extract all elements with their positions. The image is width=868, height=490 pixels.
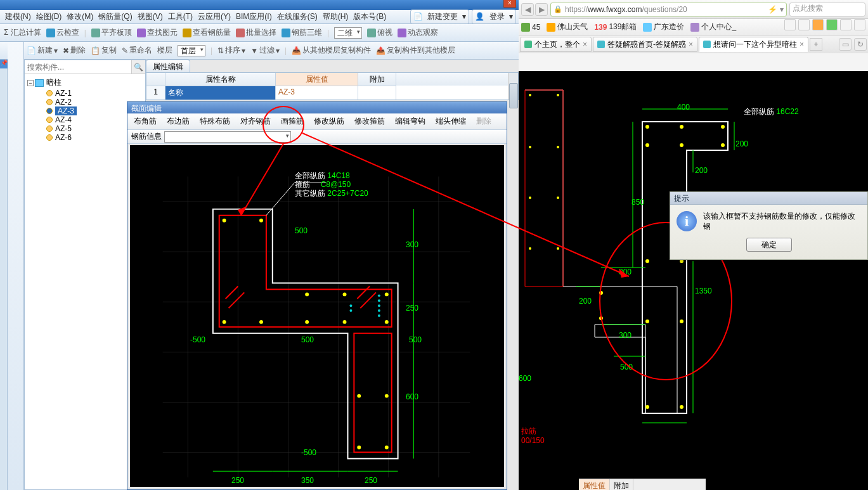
bookmark-0[interactable]: 45 xyxy=(521,23,540,32)
ticon-4[interactable] xyxy=(826,19,838,30)
menu-bim[interactable]: BIM应用(I) xyxy=(233,10,275,23)
browser-tab-2[interactable]: 想请问一下这个异型暗柱× xyxy=(699,37,808,52)
tool-rebar-qty[interactable]: 查看钢筋量 xyxy=(183,27,231,38)
window-close-button[interactable]: × xyxy=(503,0,516,8)
tab-list-button[interactable]: ▭ xyxy=(839,38,852,51)
bookmark-3[interactable]: 广东造价 xyxy=(643,22,684,32)
svg-point-73 xyxy=(645,259,649,263)
tree-item-az3[interactable]: AZ-3 xyxy=(27,106,143,115)
tab-properties[interactable]: 属性编辑 xyxy=(146,60,190,72)
prop-row-1[interactable]: 1 名称 AZ-3 xyxy=(146,86,518,100)
se-tool-stirrup[interactable]: 画箍筋 xyxy=(278,115,306,128)
rebar-info-select[interactable] xyxy=(164,131,291,143)
menu-tools[interactable]: 工具(T) xyxy=(165,10,195,23)
menu-help[interactable]: 帮助(H) xyxy=(320,10,351,23)
menu-online[interactable]: 在线服务(S) xyxy=(275,10,320,23)
address-bar[interactable]: 🔒 https://www.fwxgx.com/questions/20 ⚡ ▾ xyxy=(550,3,787,16)
search-icon[interactable]: 🔍 xyxy=(131,60,145,74)
tool-find[interactable]: 查找图元 xyxy=(137,27,178,38)
browser-tab-0[interactable]: 个主页，整个× xyxy=(520,37,592,52)
tool-topview[interactable]: 俯视 xyxy=(367,27,392,38)
nav-back[interactable]: ◀ xyxy=(521,3,534,16)
scrollbar-vertical[interactable] xyxy=(508,73,518,100)
tool-copy[interactable]: 📋 复制 xyxy=(91,45,117,56)
menu-modify[interactable]: 修改(M) xyxy=(64,10,96,23)
pin-icon[interactable]: 📌 xyxy=(0,60,8,68)
tab-close-icon[interactable]: × xyxy=(800,40,804,49)
menu-cloud[interactable]: 云应用(Y) xyxy=(195,10,233,23)
tool-flat[interactable]: 平齐板顶 xyxy=(91,27,132,38)
tool-batch[interactable]: 批量选择 xyxy=(236,27,276,38)
prop-extra-cell[interactable] xyxy=(358,86,396,100)
collapse-icon[interactable]: − xyxy=(27,80,34,86)
svg-point-30 xyxy=(378,294,380,297)
floor-select[interactable]: 首层 xyxy=(178,45,205,56)
menu-model[interactable]: 建模(N) xyxy=(3,10,34,23)
tree-root[interactable]: − 暗柱 xyxy=(27,77,143,89)
se-tool-special[interactable]: 特殊布筋 xyxy=(197,115,233,128)
tab-restore-button[interactable]: ↻ xyxy=(854,38,867,51)
prop-value-cell[interactable]: AZ-3 xyxy=(276,86,358,100)
section-editor-window: 截面编辑 布角筋 布边筋 特殊布筋 对齐钢筋 画箍筋 修改纵筋 修改箍筋 编辑弯… xyxy=(127,101,507,490)
tab-add-button[interactable]: + xyxy=(810,38,822,51)
ticon-1[interactable] xyxy=(784,19,796,30)
login-button[interactable]: 👤 登录 ▾ xyxy=(472,10,516,24)
ticon-2[interactable] xyxy=(798,19,810,30)
msgbox-ok-button[interactable]: 确定 xyxy=(746,238,792,252)
menu-version[interactable]: 版本号(B) xyxy=(351,10,389,23)
tree-item-az1[interactable]: AZ-1 xyxy=(27,89,143,98)
col-prop-extra: 附加 xyxy=(358,73,396,86)
se-tool-modstir[interactable]: 修改箍筋 xyxy=(352,115,387,128)
bookmark-2[interactable]: 139139邮箱 xyxy=(594,22,637,32)
menu-rebar[interactable]: 钢筋量(Q) xyxy=(96,10,134,23)
tree-search-input[interactable] xyxy=(25,60,131,74)
se-tool-edge[interactable]: 布边筋 xyxy=(164,115,192,128)
tool-sum[interactable]: Σ 汇总计算 xyxy=(4,27,41,38)
tool-copy-from[interactable]: 📥 从其他楼层复制构件 xyxy=(292,45,371,56)
tool-rename[interactable]: ✎ 重命名 xyxy=(122,45,152,56)
tool-copy-to[interactable]: 📤 复制构件到其他楼层 xyxy=(376,45,455,56)
new-change-button[interactable]: 📄 新建变更 ▾ xyxy=(410,10,470,24)
tool-delete[interactable]: ✖ 删除 xyxy=(63,45,86,56)
browser-tab-1[interactable]: 答疑解惑首页-答疑解惑× xyxy=(593,37,697,52)
tool-rebar3d[interactable]: 钢筋三维 xyxy=(282,27,322,38)
tab-close-icon[interactable]: × xyxy=(689,40,693,49)
scroll-thumb[interactable] xyxy=(509,83,518,108)
view-mode-select[interactable]: 二维 xyxy=(334,27,362,39)
tab-favicon xyxy=(703,41,711,48)
ticon-5[interactable] xyxy=(840,19,852,30)
se-tool-hook[interactable]: 编辑弯钩 xyxy=(392,115,428,128)
tool-sort[interactable]: ⇅ 排序 ▾ xyxy=(217,45,245,56)
browser-search[interactable]: 点此搜索 xyxy=(789,3,865,16)
nav-fwd[interactable]: ▶ xyxy=(535,3,548,16)
row-number: 1 xyxy=(146,86,165,100)
bookmark-4[interactable]: 个人中心_ xyxy=(690,22,736,32)
section-editor-title: 截面编辑 xyxy=(127,102,507,113)
col-prop-value: 属性值 xyxy=(276,73,358,86)
tool-filter[interactable]: ▼ 过滤 ▾ xyxy=(250,45,280,56)
se-tool-end[interactable]: 端头伸缩 xyxy=(433,115,469,128)
svg-point-19 xyxy=(305,320,309,324)
prop-name-cell: 名称 xyxy=(165,86,276,100)
section-canvas[interactable]: 全部纵筋 14C18 箍筋 C8@150 其它纵筋 2C25+7C20 500 … xyxy=(130,145,504,487)
se-tool-modlong[interactable]: 修改纵筋 xyxy=(311,115,347,128)
tool-cloud-check[interactable]: 云检查 xyxy=(46,27,79,38)
menu-draw[interactable]: 绘图(D) xyxy=(34,10,65,23)
ticon-3[interactable] xyxy=(812,19,824,30)
bookmark-1[interactable]: 佛山天气 xyxy=(547,22,588,32)
tool-dynview[interactable]: 动态观察 xyxy=(398,27,438,38)
tree-item-az4[interactable]: AZ-4 xyxy=(27,115,143,124)
tab-close-icon[interactable]: × xyxy=(583,40,587,49)
msgbox-text: 该输入框暂不支持钢筋数量的修改，仅能修改钢 xyxy=(703,211,861,231)
se-tool-align[interactable]: 对齐钢筋 xyxy=(238,115,273,128)
se-tool-corner[interactable]: 布角筋 xyxy=(131,115,159,128)
tree-item-az2[interactable]: AZ-2 xyxy=(27,98,143,106)
svg-point-16 xyxy=(305,292,309,296)
browser-content-view[interactable]: 全部纵筋 16C22 400 200 200 850 300 200 300 1… xyxy=(519,71,868,490)
tree-item-az6[interactable]: AZ-6 xyxy=(27,133,143,142)
ticon-6[interactable] xyxy=(854,19,865,30)
tool-new[interactable]: 📄 新建 ▾ xyxy=(27,45,58,56)
tree-item-az5[interactable]: AZ-5 xyxy=(27,124,143,133)
menu-view[interactable]: 视图(V) xyxy=(135,10,165,23)
bottom-property-strip: 属性值 附加 xyxy=(579,479,706,490)
